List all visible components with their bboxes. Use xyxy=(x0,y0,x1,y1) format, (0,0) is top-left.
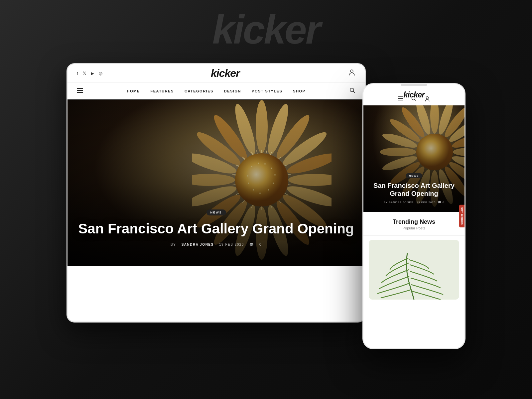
instagram-icon[interactable]: ◎ xyxy=(99,71,102,76)
youtube-icon[interactable]: ▶ xyxy=(91,71,94,76)
hero-date: 19 FEB 2020 xyxy=(219,243,244,246)
tablet-user-icon[interactable] xyxy=(348,69,355,78)
phone-nav-icons xyxy=(363,93,465,102)
hero-author[interactable]: SANDRA JONES xyxy=(182,243,214,246)
phone-card xyxy=(369,240,459,300)
phone-badge: NEWS xyxy=(406,173,422,178)
phone-hero: NEWS San Francisco Art Gallery Grand Ope… xyxy=(363,105,465,212)
devices-container: f 𝕏 ▶ ◎ kicker xyxy=(66,63,466,362)
comment-icon: 💬 xyxy=(249,243,254,246)
phone-hamburger-icon[interactable] xyxy=(398,96,403,102)
svg-line-66 xyxy=(415,99,416,101)
phone-card-image xyxy=(369,240,459,300)
tablet-topbar: f 𝕏 ▶ ◎ kicker xyxy=(67,64,365,83)
nav-categories[interactable]: CATEGORIES xyxy=(185,89,213,93)
phone-search-icon[interactable] xyxy=(411,96,417,102)
phone-hero-meta: BY SANDRA JONES 19 FEB 2020 💬 0 xyxy=(369,201,459,204)
tablet-social-icons: f 𝕏 ▶ ◎ xyxy=(77,71,102,76)
hero-badge: NEWS xyxy=(206,209,226,215)
trending-title: Trending News xyxy=(369,218,459,225)
phone-hero-title: San Francisco Art Gallery Grand Opening xyxy=(369,182,459,198)
svg-rect-1 xyxy=(77,88,83,89)
trending-subtitle: Popular Posts xyxy=(369,226,459,230)
hero-content: NEWS San Francisco Art Gallery Grand Ope… xyxy=(67,209,365,246)
nav-shop[interactable]: SHOP xyxy=(293,89,305,93)
svg-rect-62 xyxy=(398,96,403,97)
phone-author[interactable]: SANDRA JONES xyxy=(389,201,413,204)
background-logo: kicker xyxy=(212,7,320,53)
svg-rect-63 xyxy=(398,98,403,99)
tablet-mockup: f 𝕏 ▶ ◎ kicker xyxy=(66,63,366,323)
phone-comments: 0 xyxy=(443,201,444,204)
facebook-icon[interactable]: f xyxy=(77,71,78,76)
phone-user-icon[interactable] xyxy=(425,96,430,102)
svg-rect-64 xyxy=(398,100,403,100)
tablet-logo[interactable]: kicker xyxy=(211,67,240,79)
phone-date: 19 FEB 2020 xyxy=(417,201,436,204)
phone-mockup: kicker xyxy=(362,83,466,349)
nav-post-styles[interactable]: POST STYLES xyxy=(252,89,282,93)
svg-line-5 xyxy=(353,91,355,93)
nav-design[interactable]: DESIGN xyxy=(224,89,241,93)
phone-trending: Trending News Popular Posts xyxy=(363,212,465,236)
twitter-icon[interactable]: 𝕏 xyxy=(83,71,86,76)
tablet-hero: NEWS San Francisco Art Gallery Grand Ope… xyxy=(67,100,365,266)
hero-comments: 0 xyxy=(259,243,262,246)
svg-point-0 xyxy=(350,70,353,72)
nav-home[interactable]: HOME xyxy=(127,89,140,93)
svg-rect-3 xyxy=(77,92,83,93)
tablet-navbar: HOME FEATURES CATEGORIES DESIGN POST STY… xyxy=(67,83,365,100)
hamburger-icon[interactable] xyxy=(77,88,83,94)
svg-point-67 xyxy=(426,97,429,99)
phone-header: kicker xyxy=(363,84,465,105)
demos-tab[interactable]: 60+ Demos xyxy=(459,205,465,227)
hero-author-prefix: BY xyxy=(171,243,176,246)
tablet-nav: HOME FEATURES CATEGORIES DESIGN POST STY… xyxy=(83,89,349,93)
svg-rect-2 xyxy=(77,90,83,91)
phone-author-prefix: BY xyxy=(383,201,388,204)
nav-features[interactable]: FEATURES xyxy=(150,89,174,93)
phone-notch xyxy=(401,84,427,86)
phone-hero-content: NEWS San Francisco Art Gallery Grand Ope… xyxy=(363,172,465,204)
tablet-search-icon[interactable] xyxy=(349,87,355,95)
hero-title: San Francisco Art Gallery Grand Opening xyxy=(67,221,365,237)
hero-meta: BY SANDRA JONES 19 FEB 2020 💬 0 xyxy=(67,243,365,246)
